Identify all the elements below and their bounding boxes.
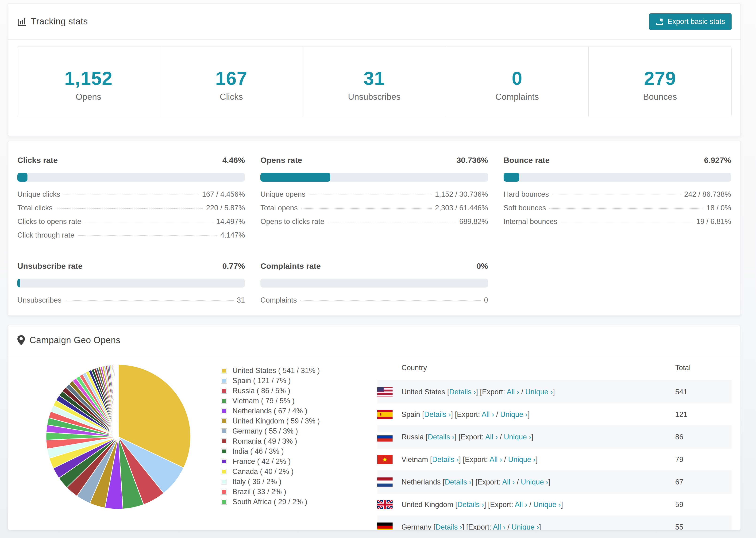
dotted-leader (301, 208, 432, 209)
rate-detail-row: Clicks to opens rate 14.497% (17, 217, 245, 231)
rate-detail-row: Internal bounces 19 / 6.81% (504, 217, 731, 231)
export-all-link[interactable]: All › (502, 478, 514, 486)
rate-rows: Complaints 0 (260, 296, 488, 310)
rate-detail-value: 1,152 / 30.736% (435, 190, 488, 198)
export-all-link[interactable]: All › (485, 433, 498, 441)
export-unique-link[interactable]: Unique › (521, 478, 548, 486)
rate-title: Bounce rate (504, 156, 550, 165)
export-all-link[interactable]: All › (507, 388, 519, 396)
geo-table-row-netherlands: Netherlands [Details ›] [Export: All › /… (377, 471, 731, 493)
rate-title: Unsubscribe rate (17, 261, 82, 271)
dotted-leader (328, 222, 456, 222)
rate-block-bounce-rate: Bounce rate 6.927% Hard bounces 242 / 86… (504, 156, 731, 244)
export-all-link[interactable]: All › (490, 456, 502, 463)
rate-value: 0% (477, 261, 488, 271)
rate-detail-label: Total clicks (17, 204, 53, 212)
country-links: Spain [Details ›] [Export: All › / Uniqu… (402, 410, 530, 419)
details-link[interactable]: Details › (428, 433, 455, 441)
export-unique-link[interactable]: Unique › (504, 433, 531, 441)
campaign-stats-page: Tracking stats Export basic stats 1,152 … (0, 0, 756, 538)
progress-bar (17, 173, 245, 182)
legend-label: India ( 46 / 3% ) (233, 447, 284, 456)
rate-detail-row: Unique opens 1,152 / 30.736% (260, 190, 488, 204)
rate-rows: Unsubscribes 31 (17, 296, 245, 310)
legend-label: United States ( 541 / 31% ) (233, 366, 320, 375)
progress-bar (260, 279, 488, 288)
details-link[interactable]: Details › (449, 388, 476, 396)
pie-canvas[interactable] (43, 362, 193, 512)
export-all-link[interactable]: All › (482, 410, 494, 418)
rate-detail-value: 242 / 86.738% (684, 190, 731, 198)
rate-detail-row: Total clicks 220 / 5.87% (17, 204, 245, 217)
legend-label: South Africa ( 29 / 2% ) (233, 498, 307, 506)
export-unique-link[interactable]: Unique › (525, 388, 553, 396)
rate-title-row: Clicks rate 4.46% (17, 156, 245, 165)
geo-pie-chart[interactable] (43, 362, 193, 512)
geo-table-row-spain: Spain [Details ›] [Export: All › / Uniqu… (377, 403, 731, 426)
stat-value: 31 (303, 68, 446, 89)
pie-slice-other[interactable] (118, 364, 118, 437)
legend-item-italy: Italy ( 36 / 2% ) (221, 476, 358, 487)
legend-item-brazil: Brazil ( 33 / 2% ) (221, 487, 358, 497)
rate-detail-label: Internal bounces (504, 217, 557, 226)
rate-rows: Unique clicks 167 / 4.456% Total clicks … (17, 190, 245, 244)
legend-item-france: France ( 42 / 2% ) (221, 456, 358, 466)
legend-label: Brazil ( 33 / 2% ) (233, 488, 286, 496)
stat-value: 0 (446, 68, 589, 89)
details-link[interactable]: Details › (445, 478, 471, 486)
legend-label: France ( 42 / 2% ) (233, 457, 291, 466)
rate-title: Clicks rate (17, 156, 58, 165)
vietnam-flag-icon (377, 455, 393, 464)
rate-detail-label: Clicks to opens rate (17, 217, 81, 226)
country-links: United States [Details ›] [Export: All ›… (402, 388, 555, 396)
geo-header: Campaign Geo Opens (8, 325, 740, 355)
details-link[interactable]: Details › (424, 410, 451, 418)
progress-bar (260, 173, 488, 182)
export-unique-link[interactable]: Unique › (512, 523, 539, 530)
export-unique-link[interactable]: Unique › (508, 456, 536, 463)
total-cell: 541 (675, 388, 731, 396)
export-basic-stats-button[interactable]: Export basic stats (649, 13, 731, 30)
legend-label: Germany ( 55 / 3% ) (233, 427, 298, 435)
rate-detail-row: Unique clicks 167 / 4.456% (17, 190, 245, 204)
rate-value: 0.77% (222, 261, 245, 271)
germany-flag-icon (377, 522, 393, 530)
export-all-link[interactable]: All › (493, 523, 505, 530)
legend-swatch (221, 479, 227, 484)
rate-detail-value: 0 (484, 296, 488, 304)
rate-block-opens-rate: Opens rate 30.736% Unique opens 1,152 / … (260, 156, 488, 244)
dotted-leader (549, 208, 703, 209)
legend-item-south-africa: South Africa ( 29 / 2% ) (221, 497, 358, 507)
country-links: Netherlands [Details ›] [Export: All › /… (402, 478, 550, 486)
rates-grid: Clicks rate 4.46% Unique clicks 167 / 4.… (8, 141, 740, 319)
details-link[interactable]: Details › (432, 456, 459, 463)
details-link[interactable]: Details › (436, 523, 462, 530)
page-title: Tracking stats (31, 17, 88, 27)
geo-table-rows: United States [Details ›] [Export: All ›… (377, 381, 731, 530)
country-links: Russia [Details ›] [Export: All › / Uniq… (402, 433, 533, 441)
progress-fill (504, 173, 519, 182)
export-icon (656, 18, 664, 26)
rate-detail-value: 220 / 5.87% (206, 204, 245, 212)
export-unique-link[interactable]: Unique › (500, 410, 527, 418)
progress-bar (17, 279, 245, 288)
rate-title-row: Bounce rate 6.927% (504, 156, 731, 165)
country-cell: Vietnam [Details ›] [Export: All › / Uni… (377, 455, 675, 464)
legend-label: Russia ( 86 / 5% ) (233, 387, 290, 395)
legend-swatch (221, 459, 227, 464)
export-all-link[interactable]: All › (514, 501, 527, 509)
country-cell: Spain [Details ›] [Export: All › / Uniqu… (377, 410, 675, 419)
export-button-label: Export basic stats (668, 17, 725, 26)
stat-value: 1,152 (17, 68, 160, 89)
rate-detail-row: Complaints 0 (260, 296, 488, 310)
details-link[interactable]: Details › (458, 501, 484, 509)
country-cell: Germany [Details ›] [Export: All › / Uni… (377, 522, 675, 530)
dotted-leader (65, 300, 234, 301)
dotted-leader (64, 194, 199, 195)
legend-item-united-states: United States ( 541 / 31% ) (221, 365, 358, 376)
total-cell: 55 (675, 523, 731, 530)
geo-opens-table: Country Total United States [Details ›] … (377, 355, 731, 530)
legend-label: Romania ( 49 / 3% ) (233, 437, 297, 446)
geo-table-row-vietnam: Vietnam [Details ›] [Export: All › / Uni… (377, 448, 731, 471)
export-unique-link[interactable]: Unique › (533, 501, 561, 509)
